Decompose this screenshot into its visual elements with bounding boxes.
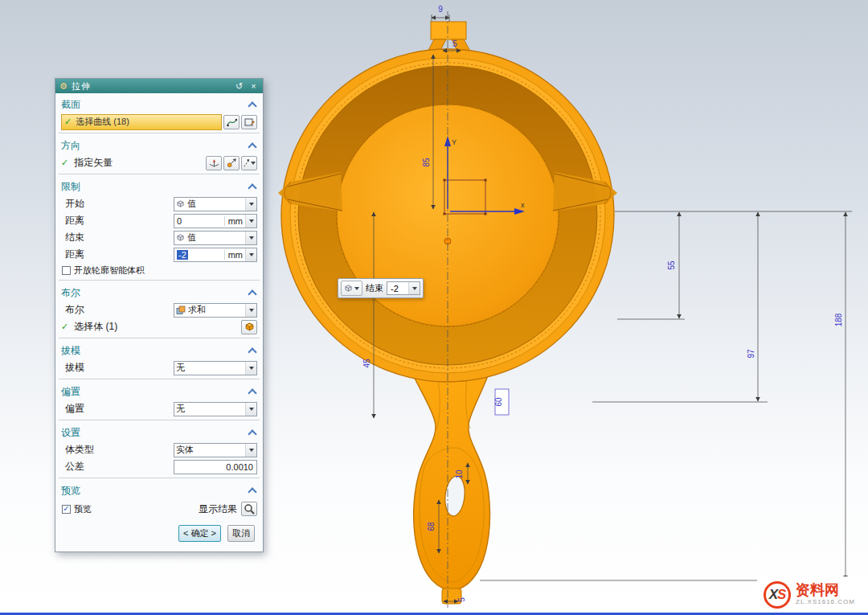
magnifier-icon xyxy=(244,503,255,515)
cancel-button[interactable]: 取消 xyxy=(227,525,255,542)
collapse-chevron-icon[interactable] xyxy=(248,183,256,192)
dimension-text[interactable]: 60 xyxy=(494,397,503,407)
sketch-section-button[interactable] xyxy=(241,115,257,129)
boolean-unite-icon xyxy=(176,305,186,315)
cube-icon xyxy=(344,284,353,293)
section-header-boolean[interactable]: 布尔 xyxy=(55,283,263,301)
check-icon: ✓ xyxy=(61,158,68,168)
dropdown-arrow-icon xyxy=(249,309,254,312)
collapse-chevron-icon[interactable] xyxy=(248,101,256,110)
end-label: 结束 xyxy=(61,231,174,244)
section-header-draft[interactable]: 拔模 xyxy=(55,341,263,359)
select-body-button[interactable] xyxy=(241,320,257,334)
cube-icon xyxy=(176,233,185,242)
dimension-text[interactable]: 68 xyxy=(427,522,436,531)
watermark: XS 资料网 ZL.XS1616.COM xyxy=(757,576,868,613)
dimension-text[interactable]: 45 xyxy=(362,359,371,368)
boolean-label: 布尔 xyxy=(61,303,174,317)
tolerance-label: 公差 xyxy=(61,460,174,474)
watermark-domain: ZL.XS1616.COM xyxy=(796,599,855,606)
vector-options-button[interactable] xyxy=(241,156,257,170)
section-header-label: 方向 xyxy=(61,139,80,153)
dropdown-arrow-icon xyxy=(249,408,254,411)
section-header-label: 设置 xyxy=(61,426,80,440)
dropdown-arrow-icon xyxy=(251,162,256,165)
start-distance-label: 距离 xyxy=(61,214,174,228)
start-distance-value[interactable]: 0 xyxy=(174,216,224,226)
section-header-offset[interactable]: 偏置 xyxy=(55,382,263,400)
end-distance-onscreen-value[interactable]: -2 xyxy=(387,284,408,293)
offset-dropdown[interactable]: 无 xyxy=(174,402,257,416)
collapse-chevron-icon[interactable] xyxy=(248,347,256,356)
limit-option-button[interactable] xyxy=(341,281,362,296)
point-arrow-icon xyxy=(227,158,237,168)
boolean-dropdown[interactable]: 求和 xyxy=(174,303,257,318)
dropdown-arrow-icon xyxy=(412,287,417,290)
dimension-text[interactable]: 55 xyxy=(667,260,676,270)
end-type-dropdown[interactable]: 值 xyxy=(174,231,257,245)
extrude-dialog[interactable]: ⚙ 拉伸 ↺ × 截面 ✓ 选择曲线 (18) xyxy=(55,78,264,552)
start-label: 开始 xyxy=(61,197,174,211)
section-header-label: 布尔 xyxy=(61,286,80,300)
start-distance-input[interactable]: 0 mm xyxy=(174,214,257,228)
preview-checkbox[interactable]: ✓ xyxy=(62,505,71,514)
dimension-text[interactable]: 85 xyxy=(422,158,431,167)
specify-vector-label: 指定矢量 xyxy=(70,156,204,170)
body-type-dropdown[interactable]: 实体 xyxy=(174,443,257,457)
dialog-close-button[interactable]: × xyxy=(248,82,259,91)
dimension-text[interactable]: 5 xyxy=(457,597,466,602)
ok-button[interactable]: < 确定 > xyxy=(178,525,221,542)
dropdown-arrow-icon xyxy=(249,367,254,370)
check-icon: ✓ xyxy=(61,322,68,332)
vector-triad-icon xyxy=(209,158,219,168)
end-distance-value[interactable]: -2 xyxy=(177,250,188,260)
onscreen-input-toolbar[interactable]: 结束 -2 xyxy=(338,278,424,298)
draft-label: 拔模 xyxy=(61,361,174,375)
vector-point-button[interactable] xyxy=(223,156,240,170)
dimension-text[interactable]: 5 xyxy=(452,39,457,48)
watermark-logo-icon: XS xyxy=(764,581,791,609)
select-curve-field[interactable]: ✓ 选择曲线 (18) xyxy=(61,114,222,130)
dimension-text[interactable]: 10 xyxy=(455,469,464,479)
section-header-label: 限制 xyxy=(61,180,80,194)
open-profile-checkbox[interactable] xyxy=(62,266,71,275)
draft-dropdown[interactable]: 无 xyxy=(174,361,257,375)
tolerance-input[interactable]: 0.0010 xyxy=(174,460,257,474)
y-axis-label: Y xyxy=(452,138,457,146)
show-result-button[interactable] xyxy=(241,502,257,516)
vector-inferred-button[interactable] xyxy=(206,156,222,170)
section-header-direction[interactable]: 方向 xyxy=(55,136,263,154)
dimension-text[interactable]: 9 xyxy=(438,5,443,14)
cube-icon xyxy=(176,199,185,208)
section-header-section[interactable]: 截面 xyxy=(55,95,263,113)
select-curve-label: 选择曲线 (18) xyxy=(76,116,129,128)
collapse-chevron-icon[interactable] xyxy=(248,142,256,151)
dialog-titlebar[interactable]: ⚙ 拉伸 ↺ × xyxy=(55,79,263,93)
offset-value: 无 xyxy=(176,403,243,415)
start-distance-unit: mm xyxy=(224,216,245,226)
nx-application-viewport[interactable]: x Y 9 5 85 55 xyxy=(0,0,868,615)
end-distance-unit: mm xyxy=(224,250,245,260)
section-header-preview[interactable]: 预览 xyxy=(55,481,263,499)
show-result-label: 显示结果 xyxy=(199,502,237,516)
open-profile-label: 开放轮廓智能体积 xyxy=(74,264,145,277)
offset-label: 偏置 xyxy=(61,402,174,416)
end-distance-onscreen-dropdown[interactable]: -2 xyxy=(387,281,420,295)
body-type-value: 实体 xyxy=(176,444,243,456)
collapse-chevron-icon[interactable] xyxy=(248,487,256,496)
collapse-chevron-icon[interactable] xyxy=(248,388,256,397)
dropdown-arrow-icon xyxy=(249,219,254,223)
collapse-chevron-icon[interactable] xyxy=(248,429,256,438)
dimension-text[interactable]: 97 xyxy=(747,349,755,359)
collapse-chevron-icon[interactable] xyxy=(248,289,256,298)
dropdown-arrow-icon xyxy=(354,287,359,290)
curve-rule-button[interactable] xyxy=(223,115,240,129)
section-header-label: 偏置 xyxy=(61,385,80,399)
start-type-dropdown[interactable]: 值 xyxy=(174,197,257,211)
section-header-limits[interactable]: 限制 xyxy=(55,177,263,195)
dimension-text[interactable]: 188 xyxy=(834,313,843,326)
section-header-settings[interactable]: 设置 xyxy=(55,423,263,441)
end-distance-input[interactable]: -2 mm xyxy=(174,248,257,262)
dialog-reset-button[interactable]: ↺ xyxy=(234,82,244,91)
pan-tab-head[interactable] xyxy=(431,22,466,39)
